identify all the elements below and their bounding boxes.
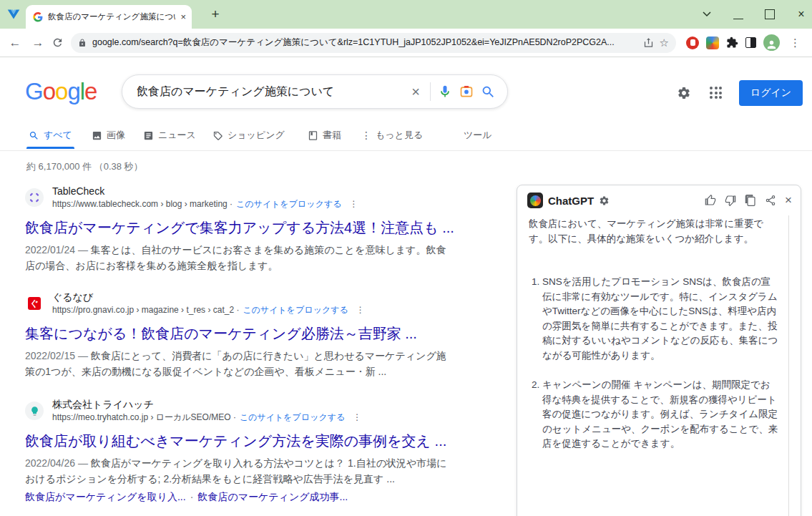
block-site-link[interactable]: このサイトをブロックする bbox=[243, 304, 348, 316]
voice-search-icon[interactable] bbox=[438, 84, 452, 99]
back-button[interactable]: ← bbox=[6, 36, 24, 50]
browser-tab[interactable]: 飲食店のマーケティング施策について × bbox=[26, 5, 192, 29]
tab-news-label: ニュース bbox=[158, 129, 196, 142]
shopping-tag-icon bbox=[212, 130, 223, 141]
chatgpt-settings-gear-icon[interactable] bbox=[599, 195, 610, 206]
result-title-link[interactable]: 飲食店がマーケティングで集客力アップする方法4選！注意点も ... bbox=[25, 218, 454, 237]
bookmark-star-icon[interactable]: ☆ bbox=[660, 36, 669, 49]
profile-avatar[interactable] bbox=[763, 34, 780, 51]
browser-logo-icon bbox=[6, 6, 21, 22]
tab-shopping-label: ショッピング bbox=[228, 129, 285, 142]
result-title-link[interactable]: 集客につながる！飲食店のマーケティング必勝法～吉野家 ... bbox=[25, 324, 454, 343]
extensions-puzzle-icon[interactable] bbox=[726, 36, 738, 49]
sitelink-separator: · bbox=[190, 489, 194, 505]
chatgpt-list-item: SNSを活用したプロモーション SNSは、飲食店の宣伝に非常に有効なツールです。… bbox=[542, 275, 779, 363]
share-icon[interactable] bbox=[643, 37, 654, 48]
result-site-name[interactable]: TableCheck bbox=[52, 185, 358, 198]
result-snippet: 2022/04/26 — 飲食店がマーケティングを取り入れる方法やコツとは？ 1… bbox=[25, 455, 454, 487]
window-maximize-button[interactable] bbox=[765, 9, 775, 19]
tab-shopping[interactable]: ショッピング bbox=[212, 129, 285, 142]
url-text[interactable]: google.com/search?q=飲食店のマーケティング施策について&rl… bbox=[92, 36, 637, 49]
new-tab-button[interactable]: + bbox=[206, 6, 225, 22]
tab-images[interactable]: 画像 bbox=[92, 129, 125, 142]
thumbs-down-icon[interactable] bbox=[725, 195, 736, 206]
search-result: TableCheck https://www.tablecheck.com › … bbox=[25, 185, 454, 273]
search-query-text[interactable]: 飲食店のマーケティング施策について bbox=[137, 84, 401, 99]
google-favicon bbox=[33, 12, 43, 22]
result-stats: 約 6,170,000 件 （0.38 秒） bbox=[26, 160, 143, 173]
chatgpt-response: 飲食店において、マーケティング施策は非常に重要です。以下に、具体的な施策をいくつ… bbox=[517, 213, 801, 452]
tab-close-icon[interactable]: × bbox=[180, 11, 186, 22]
searchbox-divider bbox=[430, 82, 431, 101]
result-snippet: 2022/02/15 — 飲食店にとって、消費者に「あの店に行きたい」と思わせる… bbox=[25, 348, 454, 379]
panel-scrollbar[interactable] bbox=[788, 215, 789, 516]
lock-icon bbox=[78, 39, 87, 47]
reload-button[interactable] bbox=[52, 36, 64, 49]
window-close-button[interactable]: × bbox=[796, 9, 806, 19]
login-button[interactable]: ログイン bbox=[739, 80, 803, 106]
gurunavi-favicon: ぐ bbox=[25, 294, 44, 313]
image-icon bbox=[92, 130, 102, 141]
book-icon bbox=[308, 130, 318, 141]
extension-blocker-icon[interactable] bbox=[686, 36, 699, 49]
sitelink[interactable]: 飲食店がマーケティングを取り入... bbox=[25, 489, 186, 505]
chatgpt-intro: 飲食店において、マーケティング施策は非常に重要です。以下に、具体的な施策をいくつ… bbox=[529, 217, 779, 246]
forward-button[interactable]: → bbox=[29, 36, 47, 50]
extension-darkmode-icon[interactable] bbox=[745, 37, 756, 48]
search-result: ぐ ぐるなび https://pro.gnavi.co.jp › magazin… bbox=[25, 291, 454, 379]
logo-letter: o bbox=[55, 78, 67, 105]
tab-news[interactable]: ニュース bbox=[143, 129, 196, 142]
browser-toolbar: ← → google.com/search?q=飲食店のマーケティング施策につい… bbox=[0, 29, 812, 57]
chatgpt-list: SNSを活用したプロモーション SNSは、飲食店の宣伝に非常に有効なツールです。… bbox=[529, 275, 779, 452]
result-more-icon[interactable]: ⋮ bbox=[356, 304, 365, 316]
tab-books[interactable]: 書籍 bbox=[308, 129, 341, 142]
extension-globe-icon[interactable] bbox=[706, 36, 719, 49]
tryhatch-favicon bbox=[25, 401, 44, 420]
more-vertical-icon: ⋮ bbox=[361, 130, 371, 141]
result-header: ぐ ぐるなび https://pro.gnavi.co.jp › magazin… bbox=[25, 291, 454, 316]
url-bar[interactable]: google.com/search?q=飲食店のマーケティング施策について&rl… bbox=[71, 33, 676, 53]
result-title-link[interactable]: 飲食店が取り組むべきマーケティング方法を実際の事例を交え ... bbox=[25, 432, 454, 450]
chatgpt-close-icon[interactable]: × bbox=[785, 193, 792, 208]
browser-menu-icon[interactable]: ⋮ bbox=[787, 36, 803, 49]
thumbs-up-icon[interactable] bbox=[705, 195, 716, 206]
chatgpt-list-item: キャンペーンの開催 キャンペーンは、期間限定でお得な特典を提供することで、新規客… bbox=[542, 378, 779, 452]
tab-all-label: すべて bbox=[44, 129, 72, 142]
block-site-link[interactable]: このサイトをブロックする bbox=[236, 198, 341, 210]
result-date: 2022/02/15 — bbox=[25, 350, 91, 361]
tab-search-chevron-icon[interactable] bbox=[702, 9, 712, 19]
chatgpt-panel-title: ChatGPT bbox=[548, 195, 594, 207]
window-minimize-button[interactable] bbox=[733, 9, 743, 19]
google-apps-grid-icon[interactable] bbox=[710, 87, 723, 99]
logo-letter: G bbox=[25, 78, 43, 105]
tab-more[interactable]: ⋮ もっと見る bbox=[361, 129, 423, 142]
result-site-name[interactable]: ぐるなび bbox=[52, 291, 365, 304]
block-site-link[interactable]: このサイトをブロックする bbox=[240, 412, 345, 424]
browser-titlebar: 飲食店のマーケティング施策について × + × bbox=[0, 0, 812, 29]
clear-search-icon[interactable]: × bbox=[409, 84, 423, 100]
result-more-icon[interactable]: ⋮ bbox=[353, 412, 361, 424]
tools-button[interactable]: ツール bbox=[464, 129, 492, 142]
settings-gear-icon[interactable] bbox=[677, 86, 691, 100]
result-more-icon[interactable]: ⋮ bbox=[349, 198, 358, 210]
sitelink[interactable]: 飲食店のマーケティング成功事... bbox=[197, 489, 348, 505]
result-site-name[interactable]: 株式会社トライハッチ bbox=[52, 398, 361, 412]
copy-icon[interactable] bbox=[745, 195, 756, 206]
search-input[interactable]: 飲食店のマーケティング施策について × bbox=[122, 74, 508, 109]
result-date: 2022/04/26 — bbox=[25, 457, 91, 469]
result-breadcrumb: https://pro.gnavi.co.jp › magazine › t_r… bbox=[52, 304, 239, 316]
share-nodes-icon[interactable] bbox=[765, 195, 776, 206]
result-date: 2022/01/24 — bbox=[25, 244, 91, 255]
tab-books-label: 書籍 bbox=[323, 129, 341, 142]
tab-all[interactable]: すべて bbox=[29, 129, 72, 142]
tools-label: ツール bbox=[464, 129, 492, 142]
search-submit-icon[interactable] bbox=[481, 84, 496, 99]
result-header: TableCheck https://www.tablecheck.com › … bbox=[25, 185, 454, 210]
result-header: 株式会社トライハッチ https://meo.tryhatch.co.jp › … bbox=[25, 398, 454, 424]
logo-letter: e bbox=[84, 78, 97, 105]
search-result: 株式会社トライハッチ https://meo.tryhatch.co.jp › … bbox=[25, 398, 454, 505]
result-breadcrumb: https://www.tablecheck.com › blog › mark… bbox=[52, 198, 233, 210]
tab-images-label: 画像 bbox=[107, 129, 125, 142]
google-logo[interactable]: Google bbox=[25, 78, 97, 105]
lens-camera-icon[interactable] bbox=[459, 84, 474, 99]
